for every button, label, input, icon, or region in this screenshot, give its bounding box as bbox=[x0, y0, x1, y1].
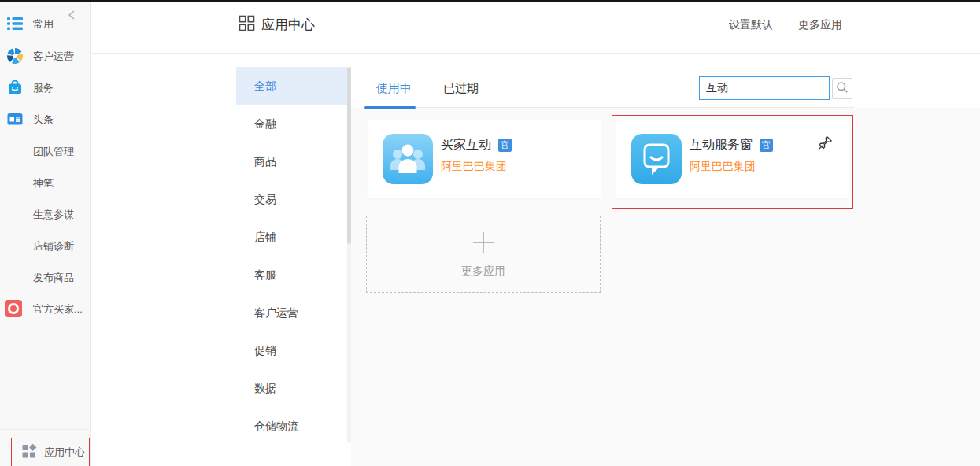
sidebar-item-label: 神笔 bbox=[33, 176, 54, 190]
tab-in-use[interactable]: 使用中 bbox=[376, 81, 412, 96]
category-item-all[interactable]: 全部 bbox=[236, 67, 347, 105]
more-apps-link[interactable]: 更多应用 bbox=[798, 18, 842, 32]
sidebar-item-dianpuzhenduan[interactable]: 店铺诊断 bbox=[0, 230, 90, 261]
header: 应用中心 设置默认 更多应用 bbox=[91, 2, 980, 54]
pinwheel-icon bbox=[6, 47, 24, 65]
sidebar: 常用 客户运营 bbox=[0, 2, 91, 466]
category-item-goods[interactable]: 商品 bbox=[236, 142, 347, 180]
news-card-icon bbox=[6, 110, 24, 128]
search-icon bbox=[836, 81, 849, 96]
list-icon bbox=[6, 15, 24, 32]
sidebar-item-label: 发布商品 bbox=[33, 271, 74, 285]
sidebar-item-guanfangmaijia[interactable]: 官方买家... bbox=[0, 293, 90, 324]
sidebar-item-toutiao[interactable]: 头条 bbox=[0, 103, 90, 135]
category-item-service[interactable]: 客服 bbox=[236, 256, 347, 294]
plus-icon bbox=[471, 230, 496, 258]
shopping-bag-icon bbox=[6, 79, 24, 96]
sidebar-item-yingyongzhongxin[interactable]: 应用中心 bbox=[0, 435, 90, 466]
active-tab-indicator bbox=[364, 106, 416, 109]
category-item-customer-op[interactable]: 客户运营 bbox=[236, 294, 347, 331]
sidebar-footer-divider bbox=[0, 429, 90, 430]
sidebar-item-shengyicanmou[interactable]: 生意参谋 bbox=[0, 198, 90, 230]
official-badge: 官 bbox=[760, 139, 773, 152]
set-default-link[interactable]: 设置默认 bbox=[729, 18, 773, 32]
sidebar-item-kehuyunying[interactable]: 客户运营 bbox=[0, 40, 90, 72]
sidebar-item-label: 头条 bbox=[33, 113, 54, 127]
more-apps-card[interactable]: 更多应用 bbox=[366, 216, 601, 293]
app-grid-icon bbox=[21, 443, 37, 459]
search-button[interactable] bbox=[832, 78, 852, 99]
sidebar-item-tuanduiguanli[interactable]: 团队管理 bbox=[0, 135, 90, 167]
tab-expired[interactable]: 已过期 bbox=[443, 81, 479, 96]
sidebar-item-label: 常用 bbox=[33, 17, 54, 31]
app-center-grid-icon bbox=[239, 15, 255, 31]
search-input[interactable] bbox=[699, 76, 830, 100]
app-center-page: 常用 客户运营 bbox=[0, 0, 980, 466]
sidebar-item-label: 团队管理 bbox=[33, 145, 74, 159]
sidebar-item-fuwu[interactable]: 服务 bbox=[0, 72, 90, 103]
sidebar-item-label: 应用中心 bbox=[44, 446, 85, 460]
app-name: 买家互动 bbox=[441, 137, 491, 153]
people-group-icon bbox=[383, 134, 433, 184]
app-vendor: 阿里巴巴集团 bbox=[441, 160, 507, 174]
chat-window-icon bbox=[631, 134, 682, 184]
pin-icon[interactable] bbox=[816, 135, 834, 152]
category-item-trade[interactable]: 交易 bbox=[236, 180, 347, 218]
official-buyer-icon bbox=[5, 300, 22, 317]
category-panel: 全部 金融 商品 交易 店铺 客服 客户运营 促销 数据 仓储物流 bbox=[236, 67, 347, 466]
sidebar-item-fabushangpin[interactable]: 发布商品 bbox=[0, 261, 90, 293]
category-item-promotion[interactable]: 促销 bbox=[236, 331, 347, 369]
official-badge: 官 bbox=[498, 139, 512, 152]
page-title: 应用中心 bbox=[261, 16, 315, 34]
category-item-shop[interactable]: 店铺 bbox=[236, 218, 347, 256]
category-item-finance[interactable]: 金融 bbox=[236, 105, 347, 142]
app-card-hudongfuwuchuang[interactable]: 互动服务窗 官 阿里巴巴集团 bbox=[616, 120, 849, 198]
sidebar-item-label: 生意参谋 bbox=[33, 208, 74, 222]
sidebar-item-changyong[interactable]: 常用 bbox=[0, 8, 90, 39]
sidebar-item-shenbi[interactable]: 神笔 bbox=[0, 167, 90, 198]
category-item-data[interactable]: 数据 bbox=[236, 369, 347, 407]
app-name: 互动服务窗 bbox=[690, 137, 753, 153]
more-apps-label: 更多应用 bbox=[461, 264, 505, 279]
app-card-maijiahudong[interactable]: 买家互动 官 阿里巴巴集团 bbox=[368, 120, 601, 198]
sidebar-item-label: 客户运营 bbox=[33, 50, 74, 64]
sidebar-item-label: 官方买家... bbox=[33, 302, 83, 316]
category-item-logistics[interactable]: 仓储物流 bbox=[236, 407, 347, 445]
sidebar-item-label: 服务 bbox=[33, 81, 54, 95]
app-vendor: 阿里巴巴集团 bbox=[690, 160, 756, 174]
sidebar-item-label: 店铺诊断 bbox=[33, 239, 74, 253]
